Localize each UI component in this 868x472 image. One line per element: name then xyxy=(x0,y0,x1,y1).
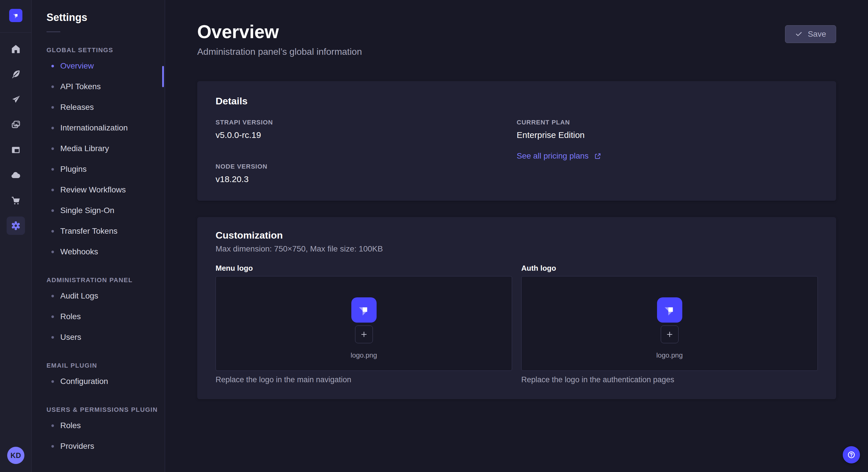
auth-logo-group: Auth logo logo.png xyxy=(521,264,818,384)
sidebar-item-up-roles[interactable]: Roles xyxy=(32,415,165,436)
user-avatar[interactable]: KD xyxy=(7,447,24,464)
sidebar-item-api-tokens[interactable]: API Tokens xyxy=(32,76,165,97)
bullet-icon xyxy=(51,209,54,212)
sidebar-item-up-providers[interactable]: Providers xyxy=(32,436,165,457)
plus-icon xyxy=(360,330,368,339)
sidebar-item-webhooks[interactable]: Webhooks xyxy=(32,241,165,262)
sidebar-item-internationalization[interactable]: Internationalization xyxy=(32,117,165,138)
subnav-title-divider xyxy=(46,32,60,32)
bullet-icon xyxy=(51,250,54,253)
bullet-icon xyxy=(51,147,54,150)
settings-active-tile xyxy=(7,216,25,235)
nav-content-manager[interactable] xyxy=(0,62,32,87)
menu-logo-dropzone[interactable]: logo.png xyxy=(216,276,512,371)
nav-settings[interactable] xyxy=(0,213,32,238)
current-plan-label: Current plan xyxy=(517,119,818,126)
nav-deploy[interactable] xyxy=(0,163,32,188)
auth-logo-preview xyxy=(657,297,682,323)
external-link-icon xyxy=(594,152,601,160)
bullet-icon xyxy=(51,106,54,109)
bullet-icon xyxy=(51,168,54,171)
section-label-users-permissions-plugin: Users & Permissions plugin xyxy=(46,406,165,413)
bullet-icon xyxy=(51,65,54,67)
strapi-version-label: Strapi version xyxy=(216,119,517,126)
bullet-icon xyxy=(51,380,54,383)
subnav-scrollbar-thumb[interactable] xyxy=(162,66,164,87)
plus-icon xyxy=(665,330,674,339)
media-library-icon xyxy=(10,119,22,131)
customization-card-title: Customization xyxy=(216,230,818,241)
bullet-icon xyxy=(51,295,54,297)
sidebar-item-audit-logs[interactable]: Audit Logs xyxy=(32,285,165,306)
bullet-icon xyxy=(51,230,54,233)
sidebar-item-transfer-tokens[interactable]: Transfer Tokens xyxy=(32,221,165,241)
strapi-logo-icon xyxy=(662,302,678,318)
strapi-logo-icon xyxy=(11,11,20,20)
menu-logo-add-button[interactable] xyxy=(355,326,373,343)
node-version-value: v18.20.3 xyxy=(216,174,517,184)
section-label-global-settings: Global settings xyxy=(46,46,165,54)
bullet-icon xyxy=(51,127,54,129)
send-icon xyxy=(10,94,22,105)
nav-releases[interactable] xyxy=(0,87,32,112)
menu-logo-group: Menu logo logo.png xyxy=(216,264,512,384)
menu-logo-filename: logo.png xyxy=(350,351,377,359)
sidebar-item-plugins[interactable]: Plugins xyxy=(32,159,165,179)
menu-logo-label: Menu logo xyxy=(216,264,512,273)
section-label-administration-panel: Administration panel xyxy=(46,276,165,284)
customization-card: Customization Max dimension: 750×750, Ma… xyxy=(197,217,836,399)
sidebar-item-media-library[interactable]: Media Library xyxy=(32,138,165,159)
feather-icon xyxy=(10,69,22,80)
details-card: Details Strapi version v5.0.0-rc.19 Node… xyxy=(197,81,836,201)
strapi-version-value: v5.0.0-rc.19 xyxy=(216,130,517,140)
current-plan-value: Enterprise Edition xyxy=(517,130,818,140)
customization-subtitle: Max dimension: 750×750, Max file size: 1… xyxy=(216,244,818,254)
sidebar-item-review-workflows[interactable]: Review Workflows xyxy=(32,179,165,200)
bullet-icon xyxy=(51,425,54,427)
sidebar-item-single-sign-on[interactable]: Single Sign-On xyxy=(32,200,165,221)
home-icon xyxy=(10,43,22,55)
auth-logo-caption: Replace the logo in the authentication p… xyxy=(521,375,818,384)
nav-content-type-builder[interactable] xyxy=(0,137,32,163)
save-button[interactable]: Save xyxy=(785,25,836,43)
page-subtitle: Administration panel’s global informatio… xyxy=(197,46,362,57)
sidebar-item-overview[interactable]: Overview xyxy=(32,56,165,76)
auth-logo-label: Auth logo xyxy=(521,264,818,273)
question-mark-icon xyxy=(846,450,856,460)
nav-home[interactable] xyxy=(0,36,32,62)
help-button[interactable] xyxy=(843,446,860,463)
settings-subnav: Settings Global settings Overview API To… xyxy=(32,0,165,472)
menu-logo-preview xyxy=(351,297,377,323)
auth-logo-add-button[interactable] xyxy=(661,326,679,343)
layout-icon xyxy=(10,144,22,156)
page-header: Overview Administration panel’s global i… xyxy=(197,22,836,57)
strapi-logo[interactable] xyxy=(9,9,22,22)
bullet-icon xyxy=(51,86,54,88)
auth-logo-filename: logo.png xyxy=(656,351,683,359)
sidebar-item-admin-users[interactable]: Users xyxy=(32,327,165,347)
bullet-icon xyxy=(51,315,54,318)
subnav-title: Settings xyxy=(46,11,165,24)
menu-logo-caption: Replace the logo in the main navigation xyxy=(216,375,512,384)
node-version-field: Node version v18.20.3 xyxy=(216,163,517,184)
gear-icon xyxy=(10,220,21,231)
page-title: Overview xyxy=(197,22,362,42)
strapi-version-field: Strapi version v5.0.0-rc.19 xyxy=(216,119,517,140)
auth-logo-dropzone[interactable]: logo.png xyxy=(521,276,818,371)
bullet-icon xyxy=(51,336,54,339)
sidebar-item-releases[interactable]: Releases xyxy=(32,97,165,117)
sidebar-item-email-configuration[interactable]: Configuration xyxy=(32,371,165,392)
check-icon xyxy=(795,30,803,38)
pricing-plans-link[interactable]: See all pricing plans xyxy=(517,151,601,161)
sidebar-item-admin-roles[interactable]: Roles xyxy=(32,306,165,327)
section-label-email-plugin: Email plugin xyxy=(46,362,165,369)
nav-media-library[interactable] xyxy=(0,112,32,137)
details-card-title: Details xyxy=(216,96,818,107)
main-content: Overview Administration panel’s global i… xyxy=(165,0,868,472)
node-version-label: Node version xyxy=(216,163,517,170)
cloud-icon xyxy=(10,169,22,181)
current-plan-field: Current plan Enterprise Edition xyxy=(517,119,818,140)
nav-marketplace[interactable] xyxy=(0,188,32,213)
cart-icon xyxy=(10,195,22,206)
strapi-logo-icon xyxy=(356,302,372,318)
